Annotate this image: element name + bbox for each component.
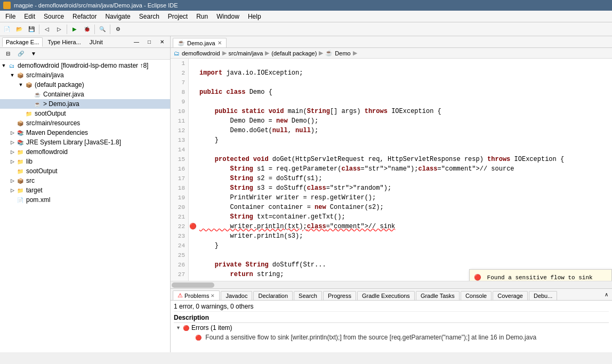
tree-item[interactable]: ▷📁lib bbox=[0, 157, 170, 166]
line-code[interactable]: protected void doGet(HttpServletRequest … bbox=[197, 155, 612, 164]
tree-toggle[interactable] bbox=[17, 110, 25, 117]
tree-item[interactable]: ▼📦(default package) bbox=[0, 80, 170, 90]
bottom-tab-progress[interactable]: Progress bbox=[323, 291, 356, 300]
bottom-tab-gradle-tasks[interactable]: Gradle Tasks bbox=[416, 291, 460, 300]
run-btn[interactable]: ▶ bbox=[69, 23, 80, 35]
line-code[interactable]: String s1 = req.getParameter(class="str"… bbox=[197, 164, 612, 174]
bc-item-1[interactable]: src/main/java bbox=[229, 50, 263, 56]
line-code[interactable]: PrintWriter writer = resp.getWriter(); bbox=[197, 193, 612, 203]
sidebar-view-menu[interactable]: ▼ bbox=[28, 48, 39, 60]
line-code[interactable]: public static void main(String[] args) t… bbox=[197, 107, 612, 116]
tree-item[interactable]: 📄pom.xml bbox=[0, 195, 170, 205]
tree-toggle[interactable]: ▷ bbox=[9, 187, 16, 194]
tree-toggle[interactable]: ▷ bbox=[9, 139, 16, 146]
tree-item[interactable]: ▷📚Maven Dependencies bbox=[0, 128, 170, 137]
bottom-tab-console[interactable]: Console bbox=[461, 291, 492, 300]
bottom-tab-declaration[interactable]: Declaration bbox=[253, 291, 293, 300]
line-code[interactable]: Demo.doGet(null, null); bbox=[197, 126, 612, 135]
bc-item-3[interactable]: Demo bbox=[335, 50, 350, 56]
tree-toggle[interactable]: ▷ bbox=[9, 129, 16, 136]
bottom-collapse-btn[interactable]: ∧ bbox=[600, 289, 612, 300]
tree-toggle[interactable] bbox=[9, 119, 16, 127]
tree-item[interactable]: ☕Container.java bbox=[0, 90, 170, 99]
code-editor[interactable]: 12import java.io.IOException;78public cl… bbox=[171, 59, 612, 281]
code-line: 16 String s1 = req.getParameter(class="s… bbox=[171, 164, 612, 174]
save-btn[interactable]: 💾 bbox=[26, 23, 37, 35]
bottom-tab-coverage[interactable]: Coverage bbox=[493, 291, 528, 300]
tree-toggle[interactable] bbox=[9, 196, 16, 204]
sidebar-tab-2[interactable]: JUnit bbox=[86, 37, 107, 47]
bottom-tab-problems[interactable]: ⚠Problems ✕ bbox=[173, 290, 220, 300]
bottom-tab-gradle-executions[interactable]: Gradle Executions bbox=[357, 291, 415, 300]
tree-item[interactable]: 📁sootOutput bbox=[0, 109, 170, 118]
search-btn[interactable]: 🔍 bbox=[96, 23, 108, 35]
line-code[interactable]: } bbox=[197, 241, 612, 250]
debug-btn[interactable]: 🐞 bbox=[81, 23, 93, 35]
menu-item-edit[interactable]: Edit bbox=[20, 12, 39, 21]
menu-item-search[interactable]: Search bbox=[135, 12, 164, 21]
bc-item-0[interactable]: demoflowdroid bbox=[182, 50, 220, 56]
line-code[interactable]: Container container = new Container(s2); bbox=[197, 203, 612, 212]
tree-item[interactable]: ▷📁target bbox=[0, 185, 170, 195]
line-code[interactable]: private String doStuff(Str... bbox=[197, 260, 612, 270]
menu-item-run[interactable]: Run bbox=[192, 12, 212, 21]
horizontal-scrollbar[interactable] bbox=[171, 281, 612, 288]
bottom-tab-javadoc[interactable]: Javadoc bbox=[221, 291, 252, 300]
line-code[interactable]: public class Demo { bbox=[197, 87, 612, 97]
tree-toggle[interactable]: ▷ bbox=[9, 158, 16, 165]
line-code[interactable]: String s3 = doStuff(class="str">"random"… bbox=[197, 183, 612, 193]
sidebar-link-editor[interactable]: 🔗 bbox=[15, 48, 27, 60]
tree-item[interactable]: 📦src/main/resources bbox=[0, 118, 170, 128]
minimize-btn[interactable]: — bbox=[131, 36, 142, 48]
line-code[interactable]: String s2 = doStuff(s1); bbox=[197, 174, 612, 183]
line-code[interactable]: import java.io.IOException; bbox=[197, 68, 612, 78]
code-line: 10 public static void main(String[] args… bbox=[171, 107, 612, 116]
bottom-tab-search[interactable]: Search bbox=[294, 291, 322, 300]
tree-toggle[interactable] bbox=[26, 100, 33, 108]
editor-tab-close[interactable]: ✕ bbox=[218, 40, 222, 46]
line-code[interactable]: writer.println(txt);class="comment">// s… bbox=[197, 222, 612, 231]
sidebar-collapse-all[interactable]: ⊟ bbox=[2, 48, 14, 60]
tree-item[interactable]: ▷📚JRE System Library [JavaSE-1.8] bbox=[0, 137, 170, 147]
error-message-row[interactable]: 🔴 Found a sensitive flow to sink [writer… bbox=[174, 333, 609, 342]
tree-item[interactable]: ▷📁demoflowdroid bbox=[0, 147, 170, 157]
tree-item[interactable]: ▼📦src/main/java bbox=[0, 70, 170, 80]
menu-item-refactor[interactable]: Refactor bbox=[68, 12, 101, 21]
menu-item-help[interactable]: Help bbox=[244, 12, 265, 21]
tree-item[interactable]: ▼🗂demoflowdroid [flowdroid-lsp-demo mast… bbox=[0, 61, 170, 70]
tree-toggle[interactable] bbox=[9, 167, 16, 175]
fwd-btn[interactable]: ▷ bbox=[53, 23, 65, 35]
line-code[interactable]: writer.println(s3); bbox=[197, 231, 612, 241]
tree-toggle[interactable]: ▼ bbox=[9, 71, 16, 79]
error-group-toggle[interactable]: ▼ bbox=[176, 325, 181, 330]
tree-item[interactable]: ▷📦src bbox=[0, 176, 170, 185]
new-btn[interactable]: 📄 bbox=[1, 23, 13, 35]
settings-btn[interactable]: ⚙ bbox=[112, 23, 124, 35]
tree-toggle[interactable]: ▷ bbox=[9, 177, 16, 184]
editor-tab-demo[interactable]: ☕ Demo.java ✕ bbox=[173, 38, 227, 47]
bottom-tab-debu...[interactable]: Debu... bbox=[529, 291, 557, 300]
line-code[interactable]: Demo Demo = new Demo(); bbox=[197, 116, 612, 126]
tree-item[interactable]: 📁sootOutput bbox=[0, 166, 170, 176]
tree-toggle[interactable]: ▼ bbox=[0, 62, 7, 69]
bc-item-2[interactable]: (default package) bbox=[271, 50, 317, 56]
tree-toggle[interactable]: ▼ bbox=[17, 81, 25, 88]
sidebar-tab-1[interactable]: Type Hiera... bbox=[44, 37, 84, 47]
line-code[interactable]: } bbox=[197, 135, 612, 145]
maximize-btn[interactable]: □ bbox=[143, 36, 155, 48]
menu-item-file[interactable]: File bbox=[1, 12, 20, 21]
back-btn[interactable]: ◁ bbox=[41, 23, 53, 35]
sidebar-tab-0[interactable]: Package E... bbox=[2, 37, 43, 47]
menu-item-window[interactable]: Window bbox=[212, 12, 244, 21]
line-code[interactable]: String txt=container.getTxt(); bbox=[197, 212, 612, 222]
menu-item-project[interactable]: Project bbox=[164, 12, 192, 21]
menu-item-navigate[interactable]: Navigate bbox=[101, 12, 134, 21]
close-btn[interactable]: ✕ bbox=[156, 36, 168, 48]
menu-item-source[interactable]: Source bbox=[39, 12, 68, 21]
open-btn[interactable]: 📂 bbox=[13, 23, 25, 35]
tree-toggle[interactable]: ▷ bbox=[9, 148, 16, 156]
tree-toggle[interactable] bbox=[26, 91, 33, 98]
bottom-tab-close[interactable]: ✕ bbox=[211, 293, 215, 298]
tree-item[interactable]: ☕> Demo.java bbox=[0, 99, 170, 109]
scroll-thumb[interactable] bbox=[172, 282, 214, 288]
